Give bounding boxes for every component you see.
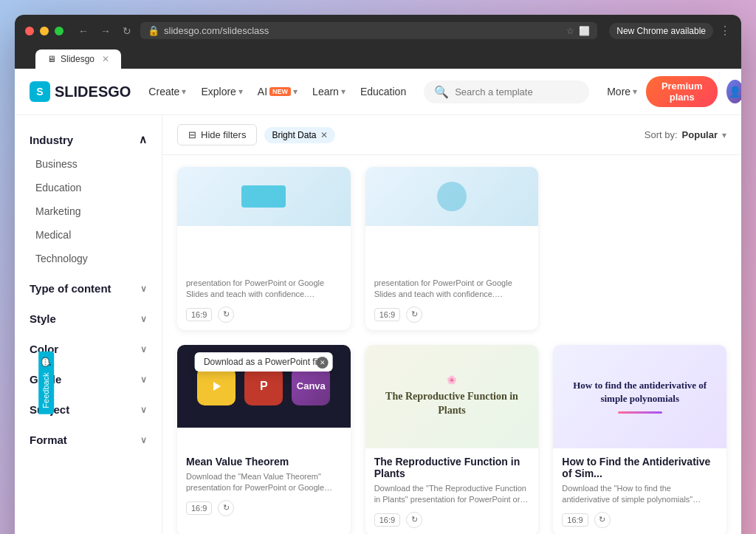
- sidebar-item-business[interactable]: Business: [15, 152, 162, 176]
- refresh-icon: ↻: [406, 512, 422, 528]
- sidebar-section-grade: Grade ∨: [15, 367, 162, 391]
- back-button[interactable]: ←: [75, 24, 92, 38]
- card-meta: 16:9 ↻: [186, 307, 342, 323]
- chevron-icon: ▾: [182, 86, 186, 97]
- reload-button[interactable]: ↻: [120, 24, 134, 38]
- math-heading: How to find the antiderivative of simple…: [562, 379, 718, 405]
- card-description: Download the "The Reproductive Function …: [374, 483, 530, 506]
- maximize-dot[interactable]: [55, 27, 63, 35]
- card-antiderivative[interactable]: How to find the antiderivative of simple…: [553, 345, 726, 534]
- remove-filter-icon[interactable]: ✕: [320, 130, 328, 140]
- color-section-header[interactable]: Color ∨: [15, 337, 162, 361]
- filter-icon: ⊟: [188, 129, 196, 140]
- minimize-dot[interactable]: [40, 27, 49, 35]
- card-description: Download the "How to find the antideriva…: [562, 483, 718, 506]
- aspect-ratio-tag: 16:9: [374, 513, 400, 527]
- search-icon: 🔍: [434, 85, 449, 99]
- tab-title: Slidesgo: [61, 54, 94, 64]
- powerpoint-icon: P: [244, 367, 283, 405]
- feedback-button[interactable]: Feedback 💬: [38, 352, 54, 414]
- close-tooltip-icon[interactable]: ✕: [317, 357, 329, 369]
- thumb-image: [365, 167, 539, 226]
- feedback-icon: 💬: [41, 357, 50, 368]
- sidebar-item-education[interactable]: Education: [15, 176, 162, 199]
- card-meta: 16:9 ↻: [374, 307, 530, 323]
- canva-icon: Canva: [292, 367, 330, 405]
- avatar[interactable]: 👤: [726, 80, 741, 103]
- aspect-ratio-tag: 16:9: [374, 308, 400, 321]
- nav-learn[interactable]: Learn ▾: [312, 86, 346, 97]
- cards-grid: presentation for PowerPoint or Google Sl…: [162, 155, 741, 534]
- card-thumb: [365, 167, 539, 270]
- chevron-icon: ▾: [293, 86, 298, 97]
- card-body: The Reproductive Function in Plants Down…: [365, 448, 539, 534]
- browser-chrome: ← → ↻ 🔒 slidesgo.com/slidesclass ☆ ⬜ New…: [15, 15, 741, 69]
- card-thumb: P Canva Download as a PowerPoint file ✕: [177, 345, 351, 448]
- logo[interactable]: S SLIDESGO: [30, 81, 131, 102]
- sidebar-section-industry: Industry ∧ Business Education Marketing …: [15, 127, 162, 270]
- tab-bar: 🖥 Slidesgo ✕: [25, 45, 731, 69]
- empty-slot: [553, 167, 726, 330]
- search-input[interactable]: [455, 86, 579, 97]
- browser-tab[interactable]: 🖥 Slidesgo ✕: [35, 49, 121, 69]
- app-container: S SLIDESGO Create ▾ Explore ▾ AI NEW ▾: [15, 69, 741, 534]
- tab-icon[interactable]: ⬜: [579, 26, 590, 36]
- format-section-header[interactable]: Format ∨: [15, 428, 162, 452]
- forward-button[interactable]: →: [97, 24, 114, 38]
- chevron-down-icon: ∨: [140, 405, 147, 415]
- sidebar-item-marketing[interactable]: Marketing: [15, 199, 162, 223]
- sidebar-section-format: Format ∨: [15, 428, 162, 452]
- sidebar-section-style: Style ∨: [15, 307, 162, 331]
- chevron-up-icon: ∧: [139, 133, 147, 146]
- more-options-icon[interactable]: ⋮: [719, 24, 731, 38]
- download-tooltip: Download as a PowerPoint file ✕: [195, 352, 333, 372]
- lock-icon: 🔒: [148, 25, 159, 36]
- industry-section-header[interactable]: Industry ∧: [15, 127, 162, 152]
- chevron-down-icon: ∨: [140, 314, 147, 324]
- subject-section-header[interactable]: Subject ∨: [15, 397, 162, 422]
- tab-close-icon[interactable]: ✕: [102, 54, 109, 64]
- sidebar: Feedback 💬 Industry ∧ Business Education: [15, 115, 162, 534]
- browser-nav: ← → ↻ 🔒 slidesgo.com/slidesclass ☆ ⬜ New…: [75, 22, 731, 39]
- card-bright-data-2[interactable]: presentation for PowerPoint or Google Sl…: [365, 167, 539, 330]
- hide-filters-button[interactable]: ⊟ Hide filters: [177, 124, 257, 146]
- refresh-icon: ↻: [594, 512, 611, 528]
- sidebar-item-medical[interactable]: Medical: [15, 223, 162, 247]
- more-button[interactable]: More ▾: [607, 86, 637, 97]
- bookmark-icon[interactable]: ☆: [566, 26, 574, 36]
- thumb-text: 🌸 The Reproductive Function in Plants: [374, 374, 530, 418]
- sort-control[interactable]: Sort by: Popular ▾: [645, 129, 726, 140]
- card-title: How to Find the Antiderivative of Sim...: [562, 456, 718, 479]
- chevron-icon: ▾: [238, 86, 243, 97]
- close-dot[interactable]: [25, 27, 34, 35]
- sidebar-section-type: Type of content ∨: [15, 276, 162, 301]
- nav-education[interactable]: Education: [360, 86, 406, 97]
- style-section-header[interactable]: Style ∨: [15, 307, 162, 331]
- card-plants[interactable]: 🌸 The Reproductive Function in Plants Th…: [365, 345, 539, 534]
- card-bright-data-1[interactable]: presentation for PowerPoint or Google Sl…: [177, 167, 351, 330]
- aspect-ratio-tag: 16:9: [186, 502, 212, 515]
- chevron-icon: ▾: [633, 86, 637, 97]
- browser-window: ← → ↻ 🔒 slidesgo.com/slidesclass ☆ ⬜ New…: [15, 15, 741, 534]
- card-description: Download the "Mean Value Theorem" presen…: [186, 471, 342, 494]
- filter-bar: ⊟ Hide filters Bright Data ✕ Sort by: Po…: [162, 115, 741, 155]
- nav-explore[interactable]: Explore ▾: [201, 86, 242, 97]
- aspect-ratio-tag: 16:9: [186, 308, 212, 321]
- sidebar-section-subject: Subject ∨: [15, 397, 162, 422]
- app-nav: S SLIDESGO Create ▾ Explore ▾ AI NEW ▾: [15, 69, 741, 115]
- new-chrome-button[interactable]: New Chrome available: [609, 23, 713, 39]
- card-mean-value[interactable]: P Canva Download as a PowerPoint file ✕: [177, 345, 351, 534]
- nav-ai[interactable]: AI NEW ▾: [258, 86, 298, 97]
- sidebar-item-technology[interactable]: Technology: [15, 247, 162, 270]
- grade-section-header[interactable]: Grade ∨: [15, 367, 162, 391]
- aspect-ratio-tag: 16:9: [562, 513, 588, 527]
- chevron-down-icon: ∨: [140, 344, 147, 355]
- type-section-header[interactable]: Type of content ∨: [15, 276, 162, 301]
- address-bar[interactable]: 🔒 slidesgo.com/slidesclass ☆ ⬜: [140, 22, 597, 39]
- premium-button[interactable]: Premium plans: [646, 76, 718, 107]
- refresh-icon: ↻: [218, 500, 234, 516]
- nav-create[interactable]: Create ▾: [148, 86, 186, 97]
- card-description: presentation for PowerPoint or Google Sl…: [374, 278, 530, 301]
- card-title: The Reproductive Function in Plants: [374, 456, 530, 479]
- refresh-icon: ↻: [406, 307, 422, 323]
